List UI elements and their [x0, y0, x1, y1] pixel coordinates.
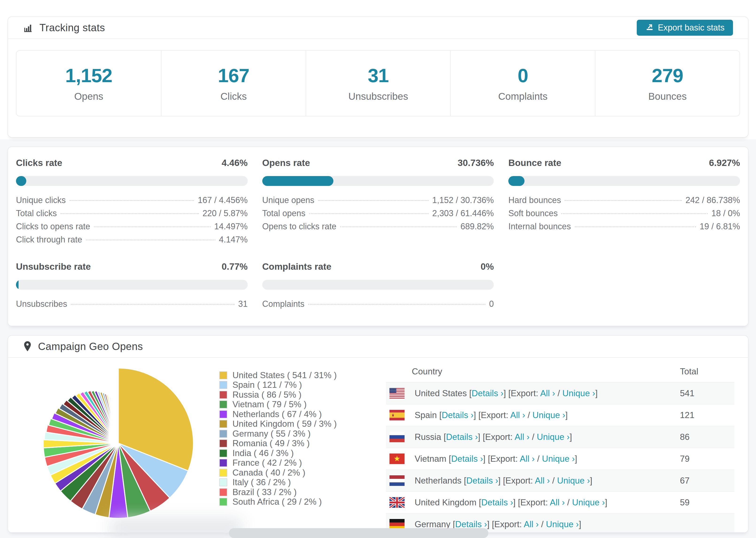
export-icon: [645, 22, 654, 33]
country-flag-ru: [389, 432, 405, 442]
details-link[interactable]: Details ›: [472, 389, 504, 398]
legend-item: Spain ( 121 / 7% ): [219, 380, 330, 390]
stat-label: Clicks: [220, 91, 247, 102]
export-unique-link[interactable]: Unique ›: [562, 389, 595, 398]
details-link[interactable]: Details ›: [466, 476, 498, 485]
details-link[interactable]: Details ›: [451, 454, 483, 463]
metric-label: Total clicks: [16, 208, 57, 218]
geo-opens-header: Campaign Geo Opens: [8, 336, 748, 358]
metric-row: Click through rate4.147%: [16, 235, 248, 248]
export-all-link[interactable]: All ›: [535, 476, 550, 485]
export-unique-link[interactable]: Unique ›: [537, 432, 569, 442]
rate-panel: Bounce rate6.927%Hard bounces242 / 86.73…: [508, 158, 740, 248]
legend-item: Brazil ( 33 / 2% ): [219, 487, 330, 497]
rate-title: Unsubscribe rate: [16, 261, 91, 272]
metric-row: Unique opens1,152 / 30.736%: [262, 195, 494, 208]
metric-row: Total clicks220 / 5.87%: [16, 208, 248, 222]
metric-label: Hard bounces: [508, 195, 561, 205]
legend-label: Brazil ( 33 / 2% ): [233, 487, 297, 497]
legend-swatch: [219, 449, 227, 457]
export-all-link[interactable]: All ›: [524, 519, 539, 529]
rate-panel: Opens rate30.736%Unique opens1,152 / 30.…: [262, 158, 494, 248]
metric-value: 242 / 86.738%: [685, 195, 740, 205]
legend-label: United Kingdom ( 59 / 3% ): [233, 419, 337, 429]
details-link[interactable]: Details ›: [442, 410, 473, 420]
rates-card: Clicks rate4.46%Unique clicks167 / 4.456…: [8, 146, 748, 326]
dotted-leader: [308, 304, 486, 305]
rate-panel: Unsubscribe rate0.77%Unsubscribes31: [16, 261, 248, 312]
metric-row: Unique clicks167 / 4.456%: [16, 195, 248, 208]
geo-opens-title: Campaign Geo Opens: [38, 341, 143, 352]
rate-metrics: Unsubscribes31: [16, 299, 248, 312]
rate-panel-header: Unsubscribe rate0.77%: [16, 261, 248, 272]
dotted-leader: [94, 227, 210, 227]
rate-panel-header: Clicks rate4.46%: [16, 158, 248, 168]
export-unique-link[interactable]: Unique ›: [546, 519, 579, 529]
table-row: United Kingdom [Details ›] [Export: All …: [386, 492, 734, 513]
stat-cell: 1,152Opens: [17, 51, 161, 116]
legend-label: Romania ( 49 / 3% ): [233, 439, 310, 448]
horizontal-scrollbar-thumb[interactable]: [229, 528, 488, 538]
export-all-link[interactable]: All ›: [550, 498, 565, 507]
geo-pie-chart: [8, 361, 219, 532]
progress-fill: [16, 280, 19, 290]
country-cell: Germany [Details ›] [Export: All › / Uni…: [415, 519, 680, 529]
legend-item: Italy ( 36 / 2% ): [219, 478, 330, 488]
metric-value: 220 / 5.87%: [203, 208, 248, 218]
table-row: United States [Details ›] [Export: All ›…: [386, 383, 734, 404]
metric-label: Complaints: [262, 299, 304, 309]
export-unique-link[interactable]: Unique ›: [557, 476, 590, 485]
progress-fill: [262, 176, 333, 186]
details-link[interactable]: Details ›: [481, 498, 513, 507]
progress-bar: [508, 176, 740, 186]
export-unique-link[interactable]: Unique ›: [542, 454, 575, 463]
rate-metrics: Complaints0: [262, 299, 494, 312]
stat-cell: 31Unsubscribes: [306, 51, 450, 116]
total-cell: 541: [680, 389, 734, 398]
progress-fill: [508, 176, 524, 186]
total-cell: 79: [680, 454, 734, 464]
country-flag-nl: [389, 475, 405, 486]
total-cell: 67: [680, 476, 734, 486]
table-row: Netherlands [Details ›] [Export: All › /…: [386, 470, 734, 492]
export-all-link[interactable]: All ›: [540, 389, 555, 398]
metric-label: Total opens: [262, 208, 305, 218]
country-cell: Spain [Details ›] [Export: All › / Uniqu…: [415, 410, 680, 420]
country-cell: Russia [Details ›] [Export: All › / Uniq…: [415, 432, 680, 442]
metric-value: 31: [238, 299, 248, 309]
export-unique-link[interactable]: Unique ›: [532, 410, 566, 420]
dotted-leader: [561, 213, 707, 214]
stats-summary: 1,152Opens167Clicks31Unsubscribes0Compla…: [16, 50, 740, 116]
legend-label: Netherlands ( 67 / 4% ): [233, 409, 322, 419]
metric-row: Clicks to opens rate14.497%: [16, 222, 248, 235]
stat-cell: 0Complaints: [450, 51, 595, 116]
export-all-link[interactable]: All ›: [520, 454, 535, 463]
export-basic-stats-button[interactable]: Export basic stats: [637, 20, 733, 36]
rate-title: Complaints rate: [262, 261, 332, 272]
metric-row: Complaints0: [262, 299, 494, 312]
dotted-leader: [309, 213, 428, 214]
export-button-label: Export basic stats: [658, 23, 725, 32]
pie-legend: United States ( 541 / 31% )Spain ( 121 /…: [219, 370, 330, 532]
metric-value: 689.82%: [460, 222, 494, 232]
export-unique-link[interactable]: Unique ›: [572, 498, 605, 507]
progress-bar: [16, 280, 248, 290]
legend-label: Canada ( 40 / 2% ): [233, 468, 305, 478]
details-link[interactable]: Details ›: [455, 519, 487, 529]
metric-label: Clicks to opens rate: [16, 222, 90, 232]
stat-value: 1,152: [65, 65, 112, 86]
details-link[interactable]: Details ›: [446, 432, 478, 442]
metric-row: Unsubscribes31: [16, 299, 248, 312]
rate-value: 30.736%: [458, 158, 494, 168]
bottom-blur-artifact: [110, 518, 242, 538]
export-all-link[interactable]: All ›: [514, 432, 530, 442]
metric-row: Soft bounces18 / 0%: [508, 208, 740, 222]
dotted-leader: [70, 200, 194, 201]
tracking-stats-card: Tracking stats Export basic stats 1,152O…: [8, 17, 748, 137]
export-all-link[interactable]: All ›: [510, 410, 525, 420]
legend-swatch: [219, 391, 227, 399]
rate-panel-header: Opens rate30.736%: [262, 158, 494, 168]
geo-pie-svg[interactable]: [40, 365, 196, 521]
metric-label: Soft bounces: [508, 208, 558, 218]
rate-value: 6.927%: [709, 158, 740, 168]
